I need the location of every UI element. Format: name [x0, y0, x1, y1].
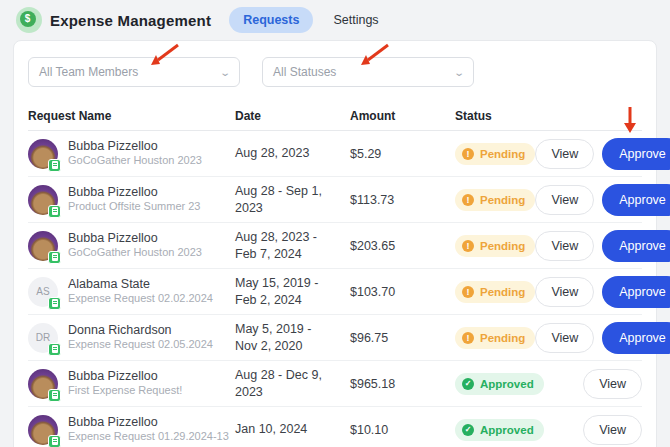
- status-icon: ✓: [462, 378, 474, 390]
- expense-badge-icon: [48, 205, 61, 218]
- table-header: Request Name Date Amount Status: [28, 101, 642, 131]
- team-members-dropdown[interactable]: All Team Members ⌄: [28, 57, 240, 87]
- status-icon: !: [462, 286, 474, 298]
- requester-name: Alabama State: [68, 277, 213, 293]
- status-badge: ✓ Approved: [455, 419, 544, 441]
- requester-name: Bubba Pizzelloo: [68, 139, 202, 155]
- request-title: Product Offsite Summer 23: [68, 200, 200, 214]
- expense-badge-icon: [48, 435, 61, 447]
- expense-card: All Team Members ⌄ All Statuses ⌄ Reques…: [13, 40, 657, 447]
- approve-button[interactable]: Approve: [602, 138, 670, 170]
- request-date: Aug 28 - Dec 9, 2023: [235, 367, 350, 400]
- approve-button[interactable]: Approve: [602, 184, 670, 216]
- requester-name: Bubba Pizzelloo: [68, 185, 200, 201]
- approve-button[interactable]: Approve: [602, 276, 670, 308]
- dollar-coin-icon: $: [16, 7, 42, 33]
- request-title: Expense Request 02.05.2024: [68, 338, 213, 352]
- request-name-cell: Bubba Pizzelloo First Expense Request!: [28, 369, 235, 399]
- table-row: Bubba Pizzelloo Expense Request 01.29.20…: [28, 407, 642, 447]
- request-title: Expense Request 02.02.2024: [68, 292, 213, 306]
- table-row: Bubba Pizzelloo Product Offsite Summer 2…: [28, 177, 642, 223]
- status-badge: ✓ Approved: [455, 373, 544, 395]
- requester-name: Bubba Pizzelloo: [68, 415, 229, 431]
- request-amount: $203.65: [350, 239, 455, 253]
- request-title: GoCoGather Houston 2023: [68, 154, 202, 168]
- table-row: DR Donna Richardson Expense Request 02.0…: [28, 315, 642, 361]
- table-row: AS Alabama State Expense Request 02.02.2…: [28, 269, 642, 315]
- table-body: Bubba Pizzelloo GoCoGather Houston 2023 …: [28, 131, 642, 447]
- request-title: GoCoGather Houston 2023: [68, 246, 202, 260]
- request-name-cell: AS Alabama State Expense Request 02.02.2…: [28, 277, 235, 307]
- team-members-dropdown-value: All Team Members: [39, 65, 138, 79]
- request-date: Jan 10, 2024: [235, 421, 350, 437]
- status-icon: !: [462, 240, 474, 252]
- request-date: May 5, 2019 - Nov 2, 2020: [235, 321, 350, 354]
- view-button[interactable]: View: [535, 185, 594, 215]
- col-amount: Amount: [350, 109, 455, 123]
- statuses-dropdown-value: All Statuses: [273, 65, 336, 79]
- view-button[interactable]: View: [535, 277, 594, 307]
- col-request-name: Request Name: [28, 109, 235, 123]
- expense-badge-icon: [48, 159, 61, 172]
- request-amount: $5.29: [350, 147, 455, 161]
- view-button[interactable]: View: [583, 369, 642, 399]
- page-title: Expense Management: [50, 12, 211, 29]
- view-button[interactable]: View: [535, 323, 594, 353]
- view-button[interactable]: View: [583, 415, 642, 445]
- status-icon: !: [462, 148, 474, 160]
- request-amount: $113.73: [350, 193, 455, 207]
- status-icon: ✓: [462, 424, 474, 436]
- table-row: Bubba Pizzelloo First Expense Request! A…: [28, 361, 642, 407]
- expense-badge-icon: [48, 297, 61, 310]
- table-row: Bubba Pizzelloo GoCoGather Houston 2023 …: [28, 131, 642, 177]
- requester-name: Bubba Pizzelloo: [68, 369, 182, 385]
- approve-button[interactable]: Approve: [602, 322, 670, 354]
- request-date: Aug 28, 2023 - Feb 7, 2024: [235, 229, 350, 262]
- request-date: Aug 28 - Sep 1, 2023: [235, 183, 350, 216]
- view-button[interactable]: View: [535, 231, 594, 261]
- filters-bar: All Team Members ⌄ All Statuses ⌄: [14, 41, 656, 101]
- request-amount: $10.10: [350, 423, 455, 437]
- status-badge: ! Pending: [455, 235, 535, 257]
- status-icon: !: [462, 194, 474, 206]
- request-date: Aug 28, 2023: [235, 145, 350, 161]
- request-date: May 15, 2019 - Feb 2, 2024: [235, 275, 350, 308]
- chevron-down-icon: ⌄: [219, 67, 231, 78]
- view-button[interactable]: View: [535, 139, 594, 169]
- request-name-cell: DR Donna Richardson Expense Request 02.0…: [28, 323, 235, 353]
- status-icon: !: [462, 332, 474, 344]
- col-status: Status: [455, 109, 642, 123]
- request-title: Expense Request 01.29.2024-13: [68, 430, 229, 444]
- status-badge: ! Pending: [455, 327, 535, 349]
- status-badge: ! Pending: [455, 281, 535, 303]
- expense-badge-icon: [48, 251, 61, 264]
- request-amount: $103.70: [350, 285, 455, 299]
- tab-requests[interactable]: Requests: [229, 7, 313, 33]
- request-amount: $965.18: [350, 377, 455, 391]
- request-name-cell: Bubba Pizzelloo Product Offsite Summer 2…: [28, 185, 235, 215]
- approve-button[interactable]: Approve: [602, 230, 670, 262]
- requester-name: Donna Richardson: [68, 323, 213, 339]
- expense-badge-icon: [48, 343, 61, 356]
- status-badge: ! Pending: [455, 189, 535, 211]
- table-row: Bubba Pizzelloo GoCoGather Houston 2023 …: [28, 223, 642, 269]
- expense-table: Request Name Date Amount Status Bubba Pi…: [14, 101, 656, 447]
- status-badge: ! Pending: [455, 143, 535, 165]
- request-name-cell: Bubba Pizzelloo Expense Request 01.29.20…: [28, 415, 235, 445]
- chevron-down-icon: ⌄: [453, 67, 465, 78]
- requester-name: Bubba Pizzelloo: [68, 231, 202, 247]
- request-name-cell: Bubba Pizzelloo GoCoGather Houston 2023: [28, 231, 235, 261]
- tab-settings[interactable]: Settings: [319, 7, 392, 33]
- request-name-cell: Bubba Pizzelloo GoCoGather Houston 2023: [28, 139, 235, 169]
- col-date: Date: [235, 109, 350, 123]
- expense-badge-icon: [48, 389, 61, 402]
- request-title: First Expense Request!: [68, 384, 182, 398]
- statuses-dropdown[interactable]: All Statuses ⌄: [262, 57, 474, 87]
- request-amount: $96.75: [350, 331, 455, 345]
- top-header: $ Expense Management Requests Settings: [0, 0, 670, 40]
